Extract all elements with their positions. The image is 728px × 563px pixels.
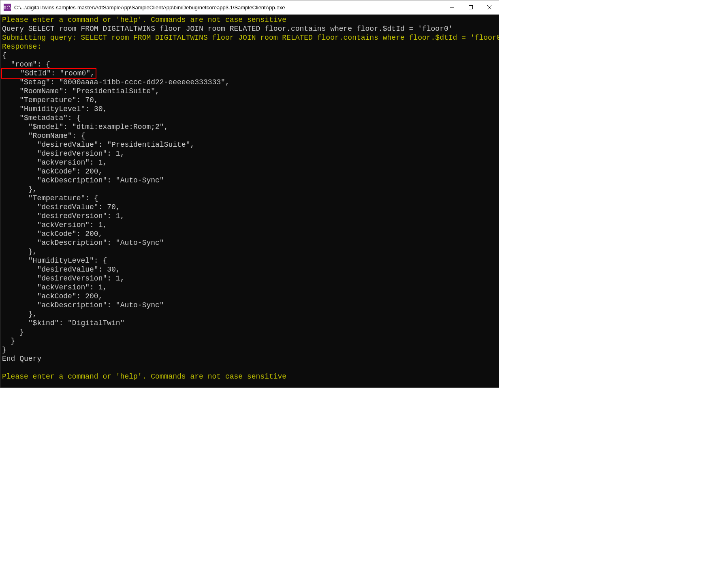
maximize-button[interactable] <box>461 0 480 14</box>
json-line: "RoomName": { <box>2 132 85 140</box>
json-line: "ackCode": 200, <box>2 292 102 300</box>
prompt-line: Please enter a command or 'help'. Comman… <box>2 372 286 381</box>
window-title: C:\...\digital-twins-samples-master\AdtS… <box>14 4 443 11</box>
json-line: "room": { <box>2 60 50 69</box>
json-line: "$kind": "DigitalTwin" <box>2 319 124 327</box>
maximize-icon <box>468 5 473 10</box>
json-line: "$model": "dtmi:example:Room;2", <box>2 123 168 131</box>
json-line: "ackVersion": 1, <box>2 283 107 291</box>
app-icon: C:\ <box>4 4 11 11</box>
json-line: "desiredValue": 30, <box>2 265 120 274</box>
svg-rect-1 <box>469 6 473 9</box>
submitting-line: Submitting query: SELECT room FROM DIGIT… <box>2 34 499 42</box>
prompt-line: Please enter a command or 'help'. Comman… <box>2 16 286 24</box>
json-line: "desiredValue": "PresidentialSuite", <box>2 141 194 149</box>
minimize-button[interactable] <box>443 0 461 14</box>
json-line: } <box>2 328 24 336</box>
json-line: "ackCode": 200, <box>2 167 102 176</box>
json-line: "Temperature": { <box>2 194 98 202</box>
window-controls <box>443 0 499 14</box>
json-line: "ackCode": 200, <box>2 230 102 238</box>
json-line: "ackVersion": 1, <box>2 221 107 229</box>
json-line: "desiredVersion": 1, <box>2 150 124 158</box>
json-line: { <box>2 51 6 60</box>
json-line: "desiredValue": 70, <box>2 203 120 211</box>
highlighted-dtid-line: "$dtId": "room0", <box>1 68 96 79</box>
json-line: "$etag": "0000aaaa-11bb-cccc-dd22-eeeeee… <box>2 78 230 86</box>
response-label: Response: <box>2 43 41 51</box>
json-line: "ackDescription": "Auto-Sync" <box>2 301 164 309</box>
json-line: "ackDescription": "Auto-Sync" <box>2 239 164 247</box>
end-query-line: End Query <box>2 355 41 363</box>
query-input-line: Query SELECT room FROM DIGITALTWINS floo… <box>2 25 453 33</box>
json-line: "HumidityLevel": { <box>2 257 107 265</box>
terminal-output[interactable]: Please enter a command or 'help'. Comman… <box>0 15 499 387</box>
json-line: } <box>2 346 6 354</box>
close-icon <box>487 5 492 10</box>
json-line: "desiredVersion": 1, <box>2 212 124 220</box>
json-line: "RoomName": "PresidentialSuite", <box>2 87 160 95</box>
json-line: "ackDescription": "Auto-Sync" <box>2 176 164 184</box>
json-line: "HumidityLevel": 30, <box>2 105 107 113</box>
json-line: "desiredVersion": 1, <box>2 274 124 283</box>
json-line: }, <box>2 248 37 256</box>
json-line: "$metadata": { <box>2 114 81 122</box>
json-line: "Temperature": 70, <box>2 96 98 104</box>
json-line: "ackVersion": 1, <box>2 158 107 167</box>
json-line: } <box>2 337 15 345</box>
json-line: }, <box>2 310 37 318</box>
json-line: }, <box>2 185 37 193</box>
title-bar[interactable]: C:\ C:\...\digital-twins-samples-master\… <box>0 0 499 15</box>
app-window: C:\ C:\...\digital-twins-samples-master\… <box>0 0 499 388</box>
close-button[interactable] <box>480 0 499 14</box>
minimize-icon <box>450 5 455 10</box>
